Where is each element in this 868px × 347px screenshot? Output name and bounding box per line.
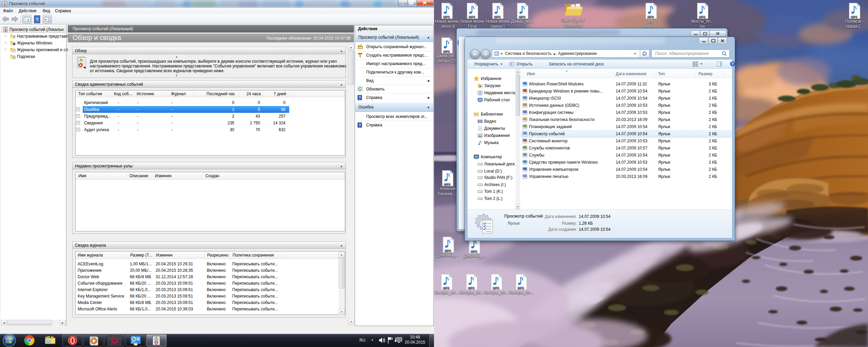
svg-text:MP3: MP3 <box>648 15 654 19</box>
svg-text:MP3: MP3 <box>443 50 450 53</box>
svg-text:?: ? <box>359 123 361 127</box>
svg-text:MP3: MP3 <box>443 286 450 290</box>
svg-text:MP3: MP3 <box>443 15 450 19</box>
svg-text:?: ? <box>36 17 39 22</box>
svg-text:MP3: MP3 <box>468 286 475 290</box>
svg-text:MP3: MP3 <box>851 15 857 19</box>
svg-text:?: ? <box>359 96 361 100</box>
svg-text:?: ? <box>731 62 733 66</box>
svg-text:MP3: MP3 <box>519 15 526 19</box>
svg-text:MP3: MP3 <box>471 250 477 253</box>
svg-text:MP3: MP3 <box>518 286 524 290</box>
svg-text:MP3: MP3 <box>445 249 451 252</box>
svg-text:MP3: MP3 <box>494 15 501 19</box>
svg-text:MP3: MP3 <box>444 183 451 186</box>
svg-text:MP3: MP3 <box>493 286 499 290</box>
svg-text:!: ! <box>81 59 81 61</box>
svg-text:MP3: MP3 <box>469 15 475 19</box>
svg-text:MP3: MP3 <box>699 15 706 19</box>
